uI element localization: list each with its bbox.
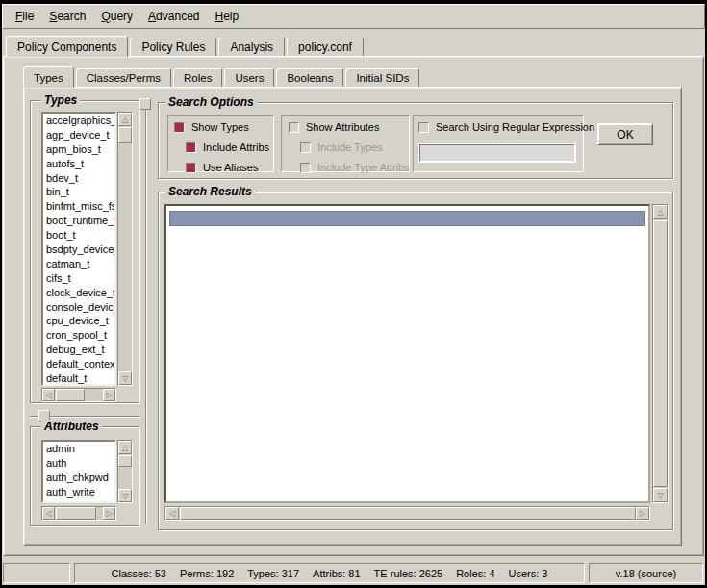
scrollbar-thumb[interactable]: [118, 455, 132, 467]
list-item[interactable]: cpu_device_t: [43, 314, 114, 328]
scroll-left-icon[interactable]: ◁: [42, 507, 55, 520]
stat-attribs: Attribs: 81: [313, 568, 361, 579]
list-item[interactable]: cron_spool_t: [43, 328, 114, 343]
scroll-left-icon[interactable]: ◁: [42, 389, 55, 401]
list-item[interactable]: console_device: [43, 300, 114, 315]
list-item[interactable]: boot_runtime_t: [43, 214, 114, 228]
scroll-down-icon[interactable]: ▽: [118, 371, 132, 385]
checkbox-label: Use Aliases: [203, 162, 258, 173]
scrollbar-thumb[interactable]: [56, 389, 85, 401]
list-item[interactable]: auth: [43, 456, 114, 471]
list-item[interactable]: boot_t: [43, 228, 114, 243]
stat-perms: Perms: 192: [180, 568, 234, 579]
scrollbar-thumb[interactable]: [653, 220, 668, 487]
list-item[interactable]: debug_ext_t: [43, 343, 114, 357]
menu-bar: File Search Query Advanced Help: [2, 4, 705, 29]
list-item[interactable]: agp_device_t: [43, 128, 114, 142]
results-horizontal-scrollbar[interactable]: ◁ ▷: [164, 506, 650, 521]
menu-help[interactable]: Help: [207, 9, 246, 24]
checkbox-label: Include Types: [317, 141, 383, 153]
types-vertical-scrollbar[interactable]: △ ▽: [117, 112, 133, 386]
list-item[interactable]: bdev_t: [43, 171, 114, 186]
checkbox-icon: [300, 142, 311, 153]
tab-policy-rules[interactable]: Policy Rules: [130, 38, 216, 56]
types-horizontal-scrollbar[interactable]: ◁ ▷: [41, 388, 116, 402]
types-listbox[interactable]: accelgraphics_e agp_device_t apm_bios_t …: [41, 112, 116, 386]
checkbox-label: Show Types: [191, 121, 249, 133]
attributes-horizontal-scrollbar[interactable]: ◁ ▷: [41, 506, 116, 521]
scrollbar-thumb[interactable]: [180, 507, 636, 520]
use-aliases-checkbox[interactable]: Use Aliases: [186, 162, 258, 173]
menu-search[interactable]: Search: [41, 9, 93, 24]
tab-initial-sids[interactable]: Initial SIDs: [345, 68, 419, 87]
stat-types: Types: 317: [247, 568, 299, 579]
regex-checkbox[interactable]: Search Using Regular Expression: [418, 121, 594, 133]
checkbox-label: Include Attribs: [203, 141, 269, 153]
checkbox-label: Show Attributes: [306, 121, 379, 133]
checkbox-label: Search Using Regular Expression: [436, 121, 594, 133]
list-item[interactable]: autofs_t: [43, 157, 114, 171]
list-item[interactable]: clock_device_t: [43, 286, 114, 300]
list-item[interactable]: default_context: [43, 357, 114, 371]
show-types-checkbox[interactable]: Show Types: [174, 121, 249, 133]
tab-roles[interactable]: Roles: [173, 68, 222, 87]
menu-query[interactable]: Query: [93, 9, 140, 24]
scrollbar-thumb[interactable]: [118, 127, 132, 143]
attributes-vertical-scrollbar[interactable]: △ ▽: [117, 440, 133, 503]
search-options-title: Search Options: [165, 95, 257, 109]
include-types-checkbox: Include Types: [300, 141, 383, 153]
include-attribs-checkbox[interactable]: Include Attribs: [186, 141, 269, 153]
list-item[interactable]: admin: [43, 442, 114, 456]
vertical-sash[interactable]: [145, 97, 146, 524]
scroll-right-icon[interactable]: ▷: [636, 507, 649, 520]
scroll-up-icon[interactable]: △: [118, 441, 132, 454]
scroll-up-icon[interactable]: △: [118, 113, 132, 126]
scroll-down-icon[interactable]: ▽: [653, 488, 668, 502]
scroll-right-icon[interactable]: ▷: [103, 507, 115, 520]
menu-file[interactable]: File: [8, 9, 41, 24]
scroll-right-icon[interactable]: ▷: [103, 389, 115, 401]
results-vertical-scrollbar[interactable]: △ ▽: [652, 204, 669, 503]
tab-classes-perms[interactable]: Classes/Perms: [76, 68, 171, 87]
tab-policy-conf[interactable]: policy.conf: [287, 38, 364, 56]
checkbox-icon[interactable]: [186, 142, 196, 153]
scrollbar-thumb[interactable]: [56, 507, 96, 520]
list-item[interactable]: catman_t: [43, 257, 114, 271]
checkbox-icon[interactable]: [289, 122, 299, 133]
list-item[interactable]: cifs_t: [43, 271, 114, 286]
stat-te-rules: TE rules: 2625: [374, 568, 443, 579]
list-item[interactable]: bsdpty_device_: [43, 243, 114, 257]
checkbox-icon[interactable]: [418, 122, 429, 133]
tab-policy-components[interactable]: Policy Components: [6, 36, 128, 57]
list-item[interactable]: default_t: [43, 371, 114, 386]
list-item[interactable]: auth_chkpwd: [43, 471, 114, 485]
tab-types[interactable]: Types: [23, 66, 74, 88]
checkbox-icon[interactable]: [186, 163, 196, 173]
scroll-up-icon[interactable]: △: [653, 205, 668, 219]
stat-roles: Roles: 4: [456, 568, 494, 579]
stat-classes: Classes: 53: [112, 568, 166, 579]
scroll-left-icon[interactable]: ◁: [165, 507, 179, 520]
search-results-title: Search Results: [165, 185, 255, 198]
menu-advanced[interactable]: Advanced: [140, 9, 207, 24]
ok-button[interactable]: OK: [597, 123, 653, 145]
list-item[interactable]: auth_write: [43, 485, 114, 499]
list-item[interactable]: apm_bios_t: [43, 142, 114, 157]
tab-booleans[interactable]: Booleans: [276, 68, 343, 87]
regex-entry[interactable]: [419, 144, 575, 162]
checkbox-icon: [300, 163, 311, 173]
tab-analysis[interactable]: Analysis: [218, 38, 285, 56]
search-results-textarea[interactable]: [164, 204, 650, 503]
show-attributes-checkbox[interactable]: Show Attributes: [289, 121, 379, 133]
vertical-sash-handle[interactable]: [139, 98, 151, 110]
list-item[interactable]: accelgraphics_e: [43, 114, 114, 128]
list-item[interactable]: binfmt_misc_fs: [43, 199, 114, 214]
list-item[interactable]: bin_t: [43, 185, 114, 199]
scroll-down-icon[interactable]: ▽: [118, 489, 132, 502]
selection-highlight: [169, 211, 645, 226]
attributes-listbox[interactable]: admin auth auth_chkpwd auth_write: [41, 440, 116, 503]
tab-users[interactable]: Users: [224, 68, 274, 87]
app-window: File Search Query Advanced Help Policy C…: [0, 0, 707, 588]
status-left-panel: [3, 563, 70, 583]
checkbox-icon[interactable]: [174, 122, 185, 133]
